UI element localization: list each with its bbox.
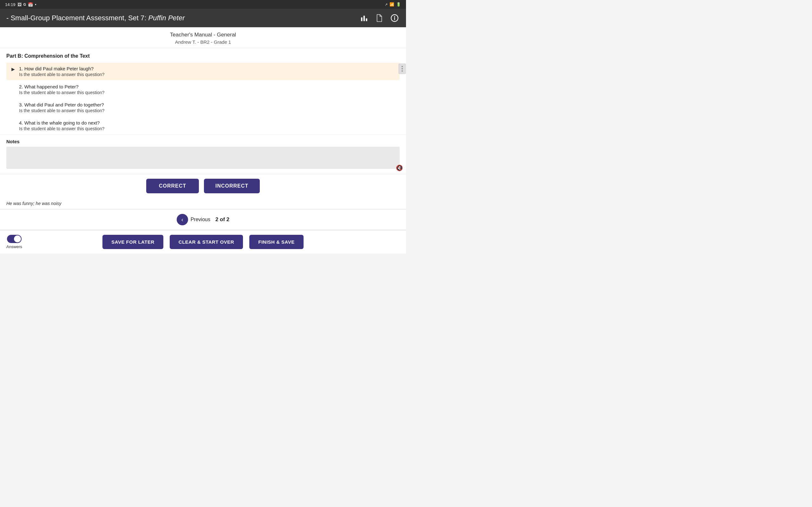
save-later-button[interactable]: SAVE FOR LATER	[102, 235, 163, 249]
question-2-subtext: Is the student able to answer this quest…	[19, 90, 393, 95]
answers-label: Answers	[6, 244, 22, 249]
sub-header: Teacher's Manual - General Andrew T. - B…	[0, 27, 406, 48]
top-header: - Small-Group Placement Assessment, Set …	[0, 9, 406, 27]
header-icons	[359, 13, 400, 23]
scrollbar-dot	[402, 70, 403, 72]
notes-input[interactable]	[6, 147, 400, 169]
scrollbar-hint	[398, 63, 406, 74]
calendar-icon: 📅	[28, 2, 33, 7]
question-4-text: 4. What is the whale going to do next?	[19, 120, 393, 125]
bottom-bar: Answers SAVE FOR LATER CLEAR & START OVE…	[0, 230, 406, 253]
answers-toggle[interactable]: Answers	[6, 235, 22, 249]
svg-rect-2	[366, 18, 367, 21]
notes-label: Notes	[6, 139, 400, 144]
signal-icon: ↗	[385, 3, 388, 7]
google-icon: G	[23, 3, 26, 6]
active-arrow: ▶	[11, 66, 15, 72]
pagination: ‹ Previous 2 of 2	[0, 210, 406, 230]
question-item[interactable]: 2. What happened to Peter? Is the studen…	[6, 81, 400, 98]
page-info: 2 of 2	[215, 216, 229, 223]
question-3-subtext: Is the student able to answer this quest…	[19, 108, 393, 113]
info-icon[interactable]	[390, 13, 400, 23]
document-icon[interactable]	[374, 13, 385, 23]
chart-icon[interactable]	[359, 13, 369, 23]
manual-title: Teacher's Manual - General	[0, 32, 406, 38]
wifi-icon: 📶	[390, 2, 394, 7]
status-bar-right: ↗ 📶 🔋	[385, 2, 401, 7]
finish-save-button[interactable]: FINISH & SAVE	[249, 235, 304, 249]
section-title: Part B: Comprehension of the Text	[6, 53, 400, 59]
prev-button[interactable]: ‹ Previous	[177, 214, 210, 225]
question-1-subtext: Is the student able to answer this quest…	[19, 72, 393, 77]
photo-icon: 🖼	[17, 2, 21, 7]
clear-start-over-button[interactable]: CLEAR & START OVER	[170, 235, 243, 249]
status-bar: 14:19 🖼 G 📅 • ↗ 📶 🔋	[0, 0, 406, 9]
student-info: Andrew T. - BR2 - Grade 1	[0, 39, 406, 45]
toggle-switch[interactable]	[7, 235, 21, 243]
notes-section: Notes 🔇	[0, 135, 406, 174]
main-content: Part B: Comprehension of the Text ▶ 1. H…	[0, 48, 406, 134]
question-3-text: 3. What did Paul and Peter do together?	[19, 102, 393, 107]
status-bar-left: 14:19 🖼 G 📅 •	[5, 2, 37, 7]
prev-label: Previous	[191, 217, 210, 222]
answer-buttons: CORRECT INCORRECT	[0, 174, 406, 198]
time: 14:19	[5, 2, 15, 7]
incorrect-button[interactable]: INCORRECT	[204, 179, 260, 193]
prev-icon: ‹	[177, 214, 188, 225]
question-item[interactable]: ▶ 1. How did Paul make Peter laugh? Is t…	[6, 63, 400, 80]
dot-indicator: •	[35, 2, 37, 7]
svg-rect-1	[363, 15, 365, 21]
question-1-text: 1. How did Paul make Peter laugh?	[19, 66, 393, 71]
battery-icon: 🔋	[396, 2, 401, 7]
toggle-knob	[14, 235, 21, 242]
volume-icon[interactable]: 🔇	[396, 164, 403, 171]
scrollbar-dot	[402, 68, 403, 69]
question-2-text: 2. What happened to Peter?	[19, 84, 393, 89]
question-item[interactable]: 3. What did Paul and Peter do together? …	[6, 99, 400, 116]
correct-button[interactable]: CORRECT	[146, 179, 199, 193]
page-title: - Small-Group Placement Assessment, Set …	[6, 14, 185, 22]
question-4-subtext: Is the student able to answer this quest…	[19, 126, 393, 131]
scrollbar-dot	[402, 66, 403, 67]
question-item[interactable]: 4. What is the whale going to do next? I…	[6, 117, 400, 134]
answer-hint: He was funny; he was noisy	[0, 198, 406, 210]
svg-rect-0	[361, 17, 362, 21]
